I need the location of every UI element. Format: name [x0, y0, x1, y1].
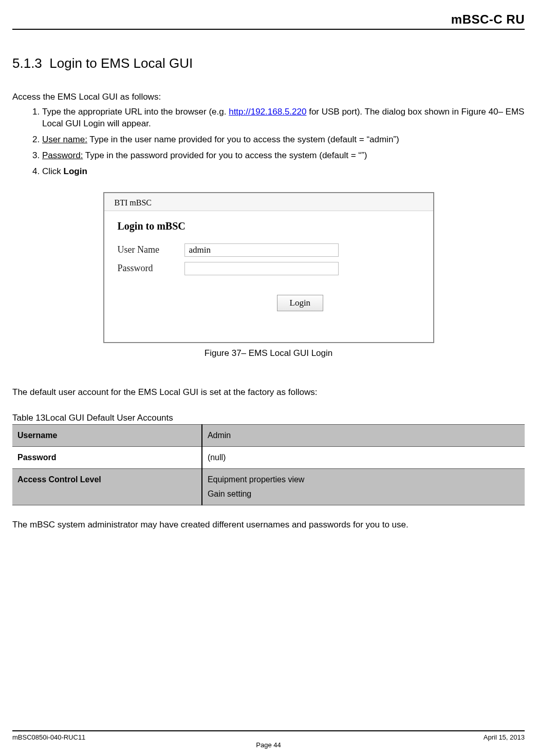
table-row: Password (null) [12, 446, 525, 468]
table-title: Table 13Local GUI Default User Accounts [12, 413, 525, 423]
step-3: Password: Type in the password provided … [42, 150, 525, 162]
section-title: Login to EMS Local GUI [49, 55, 193, 71]
steps-list: Type the appropriate URL into the browse… [12, 106, 525, 178]
password-key: Password [12, 446, 202, 468]
password-val: (null) [202, 446, 525, 468]
password-input[interactable] [184, 262, 339, 275]
step-1-pre: Type the appropriate URL into the browse… [42, 107, 229, 117]
username-label: User Name [118, 244, 184, 255]
login-figure: BTI mBSC Login to mBSC User Name Passwor… [12, 192, 525, 358]
step-4: Click Login [42, 166, 525, 178]
admin-paragraph: The mBSC system administrator may have c… [12, 520, 525, 530]
dialog-tab: BTI mBSC [104, 193, 433, 211]
step-1: Type the appropriate URL into the browse… [42, 106, 525, 130]
username-key: Username [12, 424, 202, 446]
page-header: mBSC-C RU [12, 12, 525, 30]
acl-key: Access Control Level [12, 468, 202, 505]
default-account-paragraph: The default user account for the EMS Loc… [12, 387, 525, 398]
table-row: Access Control Level Equipment propertie… [12, 468, 525, 505]
footer-page: Page 44 [12, 741, 525, 749]
step-2: User name: Type in the user name provide… [42, 134, 525, 146]
step-2-text: Type in the user name provided for you t… [87, 135, 399, 144]
footer-left: mBSC0850i-040-RUC11 [12, 733, 85, 741]
step-2-label: User name: [42, 135, 87, 144]
figure-caption: Figure 37– EMS Local GUI Login [12, 348, 525, 358]
header-right: mBSC-C RU [451, 12, 525, 26]
defaults-table: Username Admin Password (null) Access Co… [12, 424, 525, 505]
login-dialog: BTI mBSC Login to mBSC User Name Passwor… [103, 192, 434, 343]
section-heading: 5.1.3 Login to EMS Local GUI [12, 55, 525, 71]
username-val: Admin [202, 424, 525, 446]
page-footer: mBSC0850i-040-RUC11 April 15, 2013 Page … [12, 730, 525, 749]
table-row: Username Admin [12, 424, 525, 446]
footer-right: April 15, 2013 [484, 733, 525, 741]
login-heading: Login to mBSC [118, 220, 420, 232]
intro-text: Access the EMS Local GUI as follows: [12, 92, 525, 102]
password-label: Password [118, 263, 184, 274]
acl-line2: Gain setting [208, 489, 520, 499]
section-number: 5.1.3 [12, 55, 42, 71]
step-3-text: Type in the password provided for you to… [83, 150, 367, 160]
step-3-label: Password: [42, 150, 83, 160]
acl-val: Equipment properties view Gain setting [202, 468, 525, 505]
acl-line1: Equipment properties view [208, 475, 305, 484]
username-input[interactable] [184, 243, 339, 257]
login-button[interactable]: Login [277, 295, 324, 311]
step-4-pre: Click [42, 166, 64, 176]
step-4-bold: Login [64, 166, 87, 176]
url-link[interactable]: http://192.168.5.220 [229, 107, 306, 117]
